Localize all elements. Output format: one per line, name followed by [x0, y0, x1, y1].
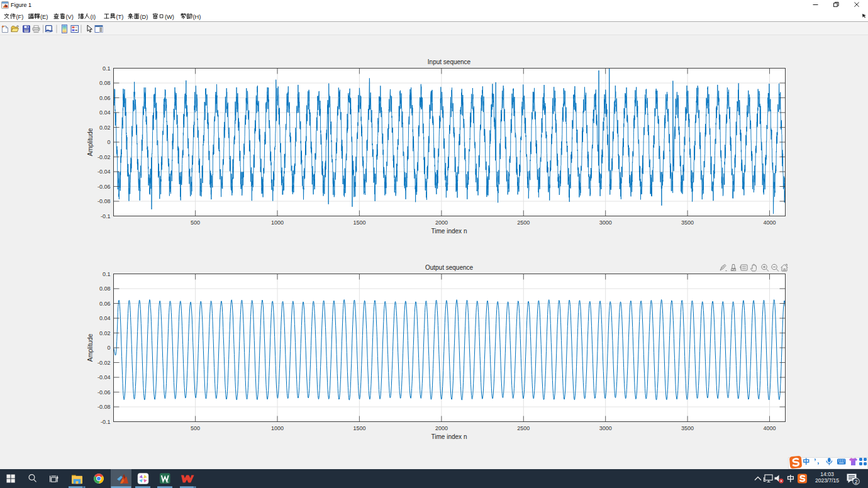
svg-text:0: 0	[107, 345, 110, 351]
svg-text:(D): (D)	[140, 14, 148, 20]
svg-text:3500: 3500	[681, 425, 694, 431]
svg-text:4000: 4000	[763, 219, 776, 226]
svg-text:2: 2	[855, 479, 858, 485]
svg-text:Input sequence: Input sequence	[428, 58, 471, 65]
svg-text:2500: 2500	[517, 425, 530, 431]
svg-text:0.02: 0.02	[99, 330, 111, 336]
svg-text:2500: 2500	[517, 219, 530, 226]
svg-text:0.02: 0.02	[99, 125, 111, 131]
svg-text:-0.1: -0.1	[101, 213, 111, 219]
svg-text:500: 500	[191, 425, 200, 431]
svg-text:3500: 3500	[681, 219, 694, 226]
svg-text:1000: 1000	[271, 425, 284, 431]
svg-text:-0.08: -0.08	[97, 198, 111, 204]
svg-text:1500: 1500	[353, 219, 365, 226]
svg-text:(T): (T)	[116, 14, 123, 20]
svg-text:(V): (V)	[65, 14, 73, 20]
svg-text:-0.02: -0.02	[97, 154, 111, 160]
svg-text:(F): (F)	[16, 14, 23, 20]
svg-text:-0.02: -0.02	[97, 360, 111, 366]
svg-text:0.04: 0.04	[99, 109, 111, 116]
svg-text:2000: 2000	[435, 425, 448, 431]
svg-text:-0.04: -0.04	[97, 374, 111, 380]
svg-text:0: 0	[107, 139, 110, 145]
svg-text:0.1: 0.1	[103, 65, 111, 72]
svg-text:Time index n: Time index n	[431, 433, 467, 440]
svg-text:-0.1: -0.1	[101, 419, 111, 425]
svg-text:2000: 2000	[435, 219, 448, 226]
svg-text:0.06: 0.06	[99, 95, 111, 101]
svg-text:4000: 4000	[763, 425, 776, 431]
svg-text:-0.08: -0.08	[97, 404, 111, 410]
svg-text:(E): (E)	[40, 14, 48, 20]
svg-text:Amplitude: Amplitude	[87, 128, 94, 156]
svg-text:(H): (H)	[192, 14, 201, 20]
svg-text:3000: 3000	[599, 219, 612, 226]
svg-text:3000: 3000	[599, 425, 612, 431]
svg-text:Amplitude: Amplitude	[87, 333, 94, 362]
svg-text:(W): (W)	[165, 14, 174, 20]
svg-text:(I): (I)	[90, 14, 96, 20]
svg-text:0.04: 0.04	[99, 315, 111, 321]
svg-text:1500: 1500	[353, 425, 365, 431]
svg-text:-0.04: -0.04	[97, 169, 111, 175]
svg-text:-0.06: -0.06	[97, 389, 111, 396]
svg-text:0.06: 0.06	[99, 301, 111, 307]
svg-text:0.08: 0.08	[99, 286, 111, 292]
svg-text:0.1: 0.1	[103, 271, 111, 277]
svg-text:0.08: 0.08	[99, 80, 111, 86]
svg-text:Time index n: Time index n	[431, 228, 467, 235]
svg-text:500: 500	[191, 219, 200, 226]
svg-text:Output sequence: Output sequence	[425, 264, 474, 271]
svg-text:1000: 1000	[271, 219, 284, 226]
svg-text:-0.06: -0.06	[97, 184, 111, 190]
